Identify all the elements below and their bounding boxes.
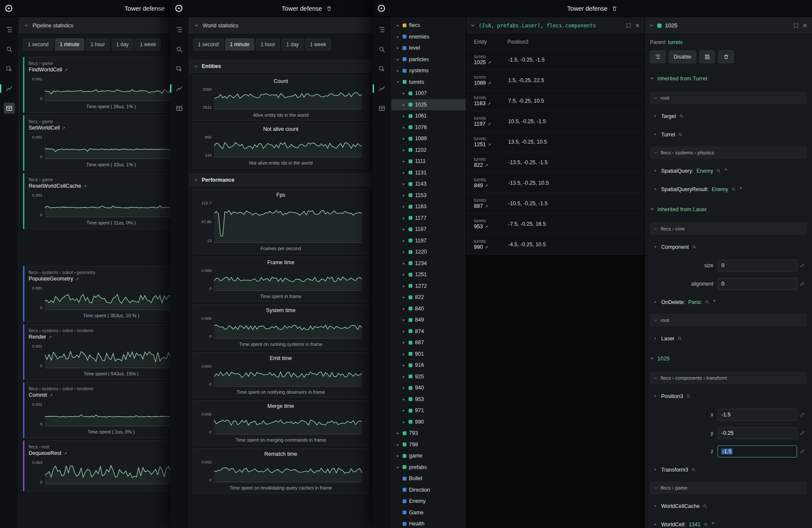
section-header-performance[interactable]: Performance bbox=[189, 174, 373, 186]
inspector-section-header[interactable]: inherited from Turret bbox=[650, 68, 807, 89]
tree-item-1177[interactable]: ▸1177 bbox=[391, 212, 466, 224]
disclosure-icon[interactable]: ▸ bbox=[402, 204, 406, 209]
entity-id-link[interactable]: 1251 bbox=[474, 142, 486, 147]
search-icon[interactable] bbox=[703, 504, 707, 508]
section-header-entities[interactable]: Entities bbox=[189, 60, 373, 73]
time-range-tab[interactable]: 1 minute bbox=[55, 38, 84, 50]
module-path-header[interactable]: flecs › core bbox=[650, 222, 807, 235]
time-range-tab[interactable]: 1 hour bbox=[256, 38, 280, 50]
query-result-row[interactable]: turrets887↗-10.5, -0.25, -1.5 bbox=[466, 193, 644, 214]
disclosure-icon[interactable]: ▸ bbox=[402, 420, 406, 424]
edit-icon[interactable] bbox=[800, 448, 805, 454]
search-icon[interactable] bbox=[703, 522, 708, 527]
tree-item-flecs[interactable]: ▸flecs bbox=[391, 20, 466, 31]
search-icon[interactable] bbox=[679, 114, 684, 118]
system-name-link[interactable]: SetWorldCell↗ bbox=[29, 125, 194, 131]
disclosure-icon[interactable]: ▸ bbox=[402, 159, 406, 163]
chart-icon[interactable] bbox=[377, 83, 388, 94]
tree-item-1153[interactable]: ▸1153 bbox=[391, 190, 466, 201]
tree-item-798[interactable]: ▸798 bbox=[391, 439, 466, 451]
module-path-header[interactable]: flecs › components › transform bbox=[650, 372, 807, 384]
component-value-link[interactable]: Enemy bbox=[712, 186, 728, 192]
disclosure-icon[interactable]: ▸ bbox=[402, 250, 406, 254]
tree-item-particles[interactable]: ▸particles bbox=[391, 54, 466, 65]
tree-item-916[interactable]: ▸916 bbox=[391, 360, 466, 371]
disclosure-icon[interactable]: ▸ bbox=[396, 442, 400, 447]
value-input[interactable]: 0 bbox=[718, 260, 797, 271]
tree-item-Enemy[interactable]: Enemy bbox=[391, 496, 466, 507]
query-result-row[interactable]: turrets849↗-13.5, -0.25, 10.5 bbox=[466, 173, 644, 193]
tree-view-button[interactable] bbox=[650, 50, 665, 63]
search-icon[interactable] bbox=[692, 245, 697, 249]
entity-id-link[interactable]: 849 bbox=[474, 183, 483, 189]
disclosure-icon[interactable]: ▸ bbox=[402, 136, 406, 141]
tree-item-level[interactable]: ▸level bbox=[391, 42, 466, 54]
search-icon[interactable] bbox=[691, 467, 696, 472]
disclosure-icon[interactable]: ▾ bbox=[396, 80, 400, 84]
expand-icon[interactable] bbox=[793, 23, 799, 28]
disclosure-icon[interactable]: ▸ bbox=[402, 318, 406, 322]
tree-item-1234[interactable]: ▸1234 bbox=[391, 258, 466, 269]
time-range-tab[interactable]: 1 day bbox=[282, 38, 303, 50]
disclosure-icon[interactable]: ▸ bbox=[396, 57, 400, 62]
disclosure-icon[interactable]: ▸ bbox=[402, 182, 406, 186]
trash-icon[interactable] bbox=[326, 6, 332, 12]
disclosure-icon[interactable]: ▸ bbox=[402, 193, 406, 198]
tree-item-940[interactable]: ▸940 bbox=[391, 382, 466, 394]
disclosure-icon[interactable]: ▸ bbox=[396, 68, 400, 73]
disclosure-icon[interactable]: ▸ bbox=[402, 125, 406, 130]
edit-icon[interactable] bbox=[800, 263, 805, 268]
tree-item-game[interactable]: ▸game bbox=[391, 450, 466, 462]
tree-icon[interactable] bbox=[4, 24, 15, 35]
tree-item-prefabs[interactable]: ▸prefabs bbox=[391, 462, 466, 473]
search-icon[interactable] bbox=[377, 44, 388, 55]
value-input[interactable]: -0.25 bbox=[718, 427, 797, 439]
time-range-tab[interactable]: 1 week bbox=[135, 38, 161, 50]
tree-item-1089[interactable]: ▸1089 bbox=[391, 133, 466, 145]
chart-icon[interactable] bbox=[4, 83, 15, 94]
disable-button[interactable]: Disable bbox=[669, 50, 696, 63]
query-result-row[interactable]: turrets1163↗7.5, -0.25, 10.5 bbox=[466, 91, 644, 111]
tree-item-793[interactable]: ▸793 bbox=[391, 428, 466, 439]
disclosure-icon[interactable]: ▸ bbox=[402, 295, 406, 299]
select-icon[interactable] bbox=[377, 63, 388, 74]
value-input[interactable]: 0 bbox=[718, 278, 797, 290]
search-icon[interactable] bbox=[731, 187, 736, 192]
query-result-row[interactable]: turrets822↗-13.5, -0.25, -1.5 bbox=[466, 152, 644, 173]
disclosure-icon[interactable]: ▸ bbox=[396, 35, 400, 39]
tree-item-1220[interactable]: ▸1220 bbox=[391, 246, 466, 258]
tree-item-systems[interactable]: ▸systems bbox=[391, 65, 466, 77]
tree-item-Bullet[interactable]: Bullet bbox=[391, 473, 466, 484]
query-result-row[interactable]: turrets1089↗1.5, -0.25, 22.5 bbox=[466, 70, 644, 91]
system-name-link[interactable]: DequeueRest↗ bbox=[29, 450, 194, 456]
disclosure-icon[interactable]: ▸ bbox=[396, 23, 400, 27]
tree-item-1061[interactable]: ▸1061 bbox=[391, 110, 466, 122]
value-input[interactable]: -1.5 bbox=[718, 445, 797, 457]
query-expression[interactable]: (IsA, prefabs.Laser), flecs.components bbox=[479, 23, 622, 29]
tree-item-874[interactable]: ▸874 bbox=[391, 326, 466, 337]
edit-icon[interactable] bbox=[800, 281, 805, 286]
tree-item-1076[interactable]: ▸1076 bbox=[391, 122, 466, 133]
entity-id-link[interactable]: 822 bbox=[474, 162, 483, 168]
time-range-tab[interactable]: 1 hour bbox=[86, 38, 110, 50]
tree-icon[interactable] bbox=[377, 24, 388, 35]
disclosure-icon[interactable]: ▸ bbox=[402, 397, 406, 401]
edit-icon[interactable] bbox=[800, 412, 805, 417]
tree-item-Health[interactable]: Health bbox=[391, 518, 466, 528]
tree-item-1251[interactable]: ▸1251 bbox=[391, 269, 466, 280]
disclosure-icon[interactable]: ▸ bbox=[396, 46, 400, 50]
search-icon[interactable] bbox=[678, 132, 683, 137]
system-name-link[interactable]: PopulateGeometry↗ bbox=[29, 276, 194, 282]
chevron-down-icon[interactable] bbox=[471, 23, 475, 28]
tree-item-enemies[interactable]: ▸enemies bbox=[391, 31, 466, 43]
tree-icon[interactable] bbox=[174, 24, 185, 35]
time-range-tab[interactable]: 1 day bbox=[112, 38, 133, 50]
disclosure-icon[interactable]: ▸ bbox=[396, 465, 400, 469]
inspector-section-header[interactable]: 1025 bbox=[650, 348, 807, 369]
tree-item-990[interactable]: ▸990 bbox=[391, 416, 466, 428]
disclosure-icon[interactable]: ▸ bbox=[402, 352, 406, 356]
query-result-row[interactable]: turrets990↗-4.5, -0.25, 10.5 bbox=[466, 234, 644, 255]
search-icon[interactable] bbox=[677, 336, 682, 341]
tree-item-1111[interactable]: ▸1111 bbox=[391, 156, 466, 167]
disclosure-icon[interactable]: ▸ bbox=[402, 408, 406, 413]
